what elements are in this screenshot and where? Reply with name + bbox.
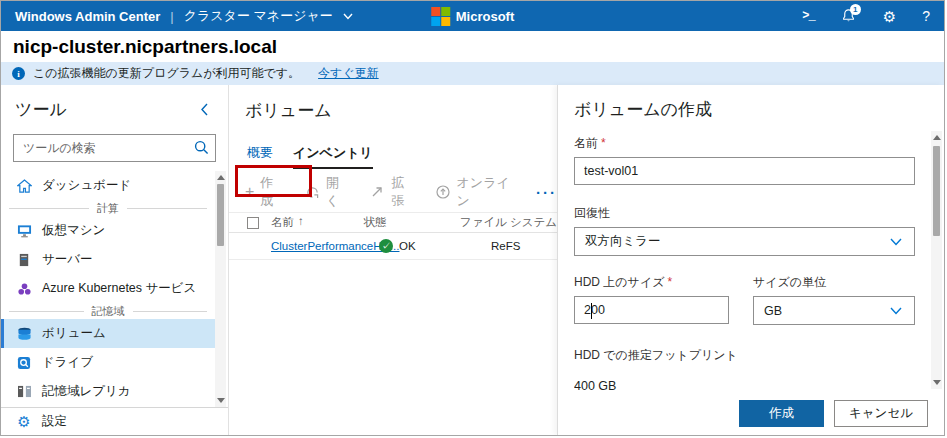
volume-table-row[interactable]: ClusterPerformanceHis... ✓ OK ReFS xyxy=(229,233,557,260)
sidebar-item-label: サーバー xyxy=(42,251,93,268)
text-cursor xyxy=(591,303,592,319)
unit-field: サイズの単位 GB xyxy=(753,272,915,325)
server-icon xyxy=(16,252,32,268)
sidebar-item-virtual-machines[interactable]: 仮想マシン xyxy=(1,216,215,245)
sidebar-item-volumes[interactable]: ボリューム xyxy=(1,319,215,348)
virtual-machine-icon xyxy=(16,223,32,239)
scroll-down-arrow[interactable] xyxy=(933,380,941,385)
volume-name-cell: ClusterPerformanceHis... xyxy=(271,240,379,252)
resiliency-select[interactable]: 双方向ミラー xyxy=(574,227,915,256)
volume-filesystem-cell: ReFS xyxy=(491,240,520,252)
topbar-left: Windows Admin Center | クラスター マネージャー xyxy=(15,7,356,25)
toolbar-button-label: 拡張 xyxy=(391,174,412,210)
home-icon xyxy=(16,178,32,194)
sidebar-item-drives[interactable]: ドライブ xyxy=(1,348,215,377)
online-volume-button[interactable]: オンライン xyxy=(435,174,514,210)
microsoft-brand: Microsoft xyxy=(431,7,515,26)
chevron-down-icon xyxy=(888,238,904,246)
microsoft-logo-icon xyxy=(431,7,450,26)
sidebar-section-storage: 記憶域 xyxy=(1,303,215,319)
sidebar-item-settings[interactable]: ⚙ 設定 xyxy=(1,407,228,435)
select-all-checkbox[interactable] xyxy=(247,217,259,229)
tools-sidebar: ツール ダッシュボード 計算 xyxy=(1,85,229,435)
volumes-panel: ボリューム 概要 インベントリ + 作成 開く xyxy=(229,85,557,435)
scrollbar-thumb[interactable] xyxy=(933,146,940,236)
update-now-link[interactable]: 今すぐ更新 xyxy=(318,65,379,82)
tab-inventory[interactable]: インベントリ xyxy=(293,144,373,169)
sidebar-item-storage-replica[interactable]: 記憶域レプリカ xyxy=(1,377,215,406)
sidebar-item-label: 仮想マシン xyxy=(42,222,105,239)
panel-title: ボリューム xyxy=(245,99,557,122)
toolbar-button-label: 作成 xyxy=(260,174,282,210)
cancel-button[interactable]: キャンセル xyxy=(834,400,928,427)
resiliency-label: 回復性 xyxy=(574,205,915,222)
plus-icon: + xyxy=(245,184,254,200)
sidebar-header: ツール xyxy=(15,98,214,121)
resiliency-value: 双方向ミラー xyxy=(585,233,661,250)
sidebar-item-label: 記憶域レプリカ xyxy=(42,383,131,400)
sort-ascending-icon: ↑ xyxy=(298,215,304,230)
expand-volume-button[interactable]: 拡張 xyxy=(369,174,412,210)
scrollbar-thumb[interactable] xyxy=(217,184,224,246)
expand-arrow-icon xyxy=(369,186,385,199)
sidebar-item-servers[interactable]: サーバー xyxy=(1,245,215,274)
pane-scrollbar xyxy=(931,131,942,389)
column-header-status[interactable]: 状態 xyxy=(364,215,460,230)
search-icon[interactable] xyxy=(194,140,209,155)
notification-badge: 1 xyxy=(850,4,861,15)
tool-search-input[interactable] xyxy=(13,134,216,162)
unit-label: サイズの単位 xyxy=(753,274,915,291)
scroll-down-arrow[interactable] xyxy=(217,398,225,403)
more-actions-icon[interactable]: ··· xyxy=(536,184,557,201)
notifications-bell-icon[interactable]: 1 xyxy=(841,8,857,24)
sidebar-item-dashboard[interactable]: ダッシュボード xyxy=(1,171,215,200)
scroll-up-arrow[interactable] xyxy=(217,175,225,180)
volume-name-input[interactable] xyxy=(574,157,915,185)
sidebar-scrollbar xyxy=(215,171,226,407)
unit-select[interactable]: GB xyxy=(753,296,915,325)
sidebar-item-aks[interactable]: Azure Kubernetes サービス xyxy=(1,274,215,303)
open-volume-button[interactable]: 開く xyxy=(304,174,347,210)
info-icon: i xyxy=(12,67,25,80)
pane-footer: 作成 キャンセル xyxy=(558,391,944,435)
volumes-disks-icon xyxy=(16,326,32,342)
status-text: OK xyxy=(399,240,416,252)
sidebar-collapse-icon[interactable] xyxy=(200,103,214,117)
sidebar-item-label: ボリューム xyxy=(42,325,106,342)
solution-switcher[interactable]: クラスター マネージャー xyxy=(184,7,356,25)
volumes-table-header: 名前 ↑ 状態 ファイル システム xyxy=(229,212,557,233)
section-label: 記憶域 xyxy=(92,304,125,319)
create-volume-button[interactable]: + 作成 xyxy=(245,174,282,210)
volume-status-cell: ✓ OK xyxy=(379,239,491,253)
storage-replica-icon xyxy=(16,384,32,400)
sidebar-item-label: ダッシュボード xyxy=(42,177,131,194)
size-value: 200 xyxy=(584,303,605,317)
sidebar-nav: ダッシュボード 計算 仮想マシン サーバー xyxy=(1,171,215,407)
required-asterisk: * xyxy=(601,136,606,150)
column-header-name[interactable]: 名前 ↑ xyxy=(271,215,364,230)
size-label: HDD 上のサイズ* xyxy=(574,274,729,291)
create-button[interactable]: 作成 xyxy=(739,400,824,427)
size-input[interactable]: 200 xyxy=(574,296,729,324)
size-field: HDD 上のサイズ* 200 xyxy=(574,272,729,325)
column-header-filesystem[interactable]: ファイル システム xyxy=(460,215,557,230)
page-title: nicp-cluster.nicpartners.local xyxy=(1,31,944,62)
toolbar-button-label: オンライン xyxy=(457,174,514,210)
sidebar-title: ツール xyxy=(15,98,67,121)
solution-name: クラスター マネージャー xyxy=(184,7,333,25)
powershell-icon[interactable]: >_ xyxy=(802,9,814,23)
settings-gear-icon[interactable]: ⚙ xyxy=(883,9,896,24)
app-title-link[interactable]: Windows Admin Center xyxy=(15,9,160,24)
tab-overview[interactable]: 概要 xyxy=(247,144,273,169)
sidebar-item-label: 設定 xyxy=(42,413,67,430)
topbar-actions: >_ 1 ⚙ ? xyxy=(802,8,930,24)
volumes-toolbar: + 作成 開く 拡張 xyxy=(245,178,557,206)
volumes-tabs: 概要 インベントリ xyxy=(247,144,557,169)
chevron-down-icon xyxy=(888,307,904,315)
scroll-up-arrow[interactable] xyxy=(933,135,941,140)
tool-search xyxy=(13,134,216,162)
chevron-down-icon xyxy=(340,11,356,21)
help-icon[interactable]: ? xyxy=(922,8,930,24)
section-label: 計算 xyxy=(97,201,119,216)
sidebar-section-compute: 計算 xyxy=(1,200,215,216)
